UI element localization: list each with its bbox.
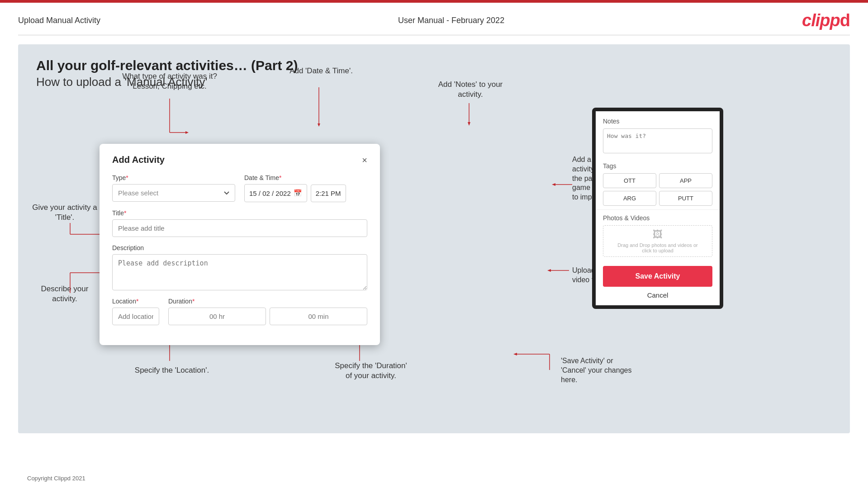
main-content: All your golf-relevant activities… (Part… <box>18 44 850 433</box>
tag-putt[interactable]: PUTT <box>659 191 712 206</box>
svg-marker-18 <box>552 183 555 186</box>
tag-arg[interactable]: ARG <box>603 191 656 206</box>
header-divider <box>18 35 850 35</box>
type-select[interactable]: Please select <box>112 184 235 202</box>
annotation-title: Give your activity a'Title'. <box>31 203 99 223</box>
notes-textarea[interactable] <box>603 128 712 153</box>
header: Upload Manual Activity User Manual - Feb… <box>0 3 868 35</box>
header-center: User Manual - February 2022 <box>398 16 504 25</box>
annotation-notes: Add 'Notes' to youractivity. <box>425 80 516 99</box>
datetime-label: Date & Time* <box>244 174 367 181</box>
duration-hr-input[interactable] <box>168 308 266 325</box>
header-left: Upload Manual Activity <box>18 16 100 25</box>
add-activity-modal: Add Activity × Type* Please select Date … <box>100 144 380 345</box>
description-label: Description <box>112 244 367 251</box>
modal-title: Add Activity <box>112 155 165 165</box>
copyright: Copyright Clippd 2021 <box>27 475 85 482</box>
clippd-logo: clippd <box>802 11 850 30</box>
photos-label: Photos & Videos <box>603 214 712 222</box>
cancel-button[interactable]: Cancel <box>596 291 720 305</box>
location-label: Location* <box>112 298 159 305</box>
page-title: All your golf-relevant activities… (Part… <box>36 58 832 73</box>
tags-section-label: Tags <box>603 162 712 170</box>
annotation-date-time: Add 'Date & Time'. <box>276 66 366 76</box>
time-input[interactable]: 2:21 PM <box>311 185 346 202</box>
duration-label: Duration* <box>168 298 367 305</box>
description-textarea[interactable] <box>112 254 367 290</box>
upload-area[interactable]: 🖼 Drag and Drop photos and videos orclic… <box>603 225 712 257</box>
annotation-activity-type: What type of activity was it? Lesson, Ch… <box>118 71 222 91</box>
upload-icon: 🖼 <box>653 229 663 241</box>
annotation-description: Describe youractivity. <box>31 284 99 304</box>
date-input[interactable]: 15 / 02 / 2022 📅 <box>244 184 307 202</box>
title-input[interactable] <box>112 219 367 237</box>
svg-marker-23 <box>513 353 517 355</box>
svg-marker-4 <box>318 123 320 127</box>
modal-header: Add Activity × <box>112 155 367 165</box>
annotation-location: Specify the 'Location'. <box>127 365 217 375</box>
svg-marker-2 <box>185 131 189 134</box>
notes-section-label: Notes <box>603 118 712 125</box>
title-field-label: Title* <box>112 209 367 217</box>
svg-marker-16 <box>468 122 470 126</box>
phone-panel: Notes Tags OTT APP ARG PUTT Photos & Vid… <box>592 108 723 309</box>
location-input[interactable] <box>112 308 159 325</box>
svg-marker-20 <box>547 269 551 272</box>
duration-min-input[interactable] <box>270 308 367 325</box>
type-label: Type* <box>112 174 235 181</box>
tag-ott[interactable]: OTT <box>603 173 656 188</box>
annotation-duration: Specify the 'Duration'of your activity. <box>317 361 425 381</box>
upload-text: Drag and Drop photos and videos orclick … <box>617 242 697 253</box>
tag-app[interactable]: APP <box>659 173 712 188</box>
modal-close-button[interactable]: × <box>362 156 367 165</box>
annotation-save: 'Save Activity' or'Cancel' your changesh… <box>561 356 669 384</box>
save-activity-button[interactable]: Save Activity <box>603 266 712 287</box>
